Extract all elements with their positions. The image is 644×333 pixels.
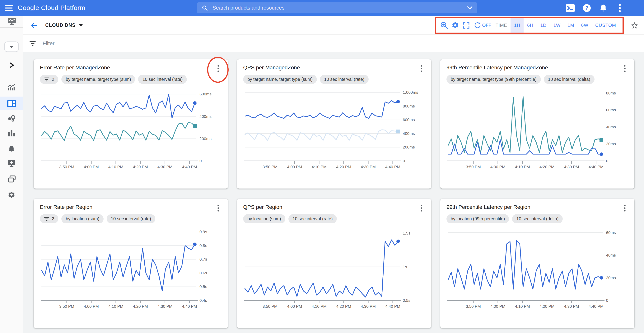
svg-text:20ms: 20ms [606,276,616,280]
svg-text:4:40 PM: 4:40 PM [182,304,197,309]
sidebar-item-alerting-bell[interactable] [8,145,15,153]
aggregation-chip[interactable]: by target name, target type (99th percen… [446,75,541,84]
sidebar-item-services-circles[interactable] [7,114,16,122]
aggregation-chip[interactable]: by location (sum) [62,214,104,223]
chip-label: by location (sum) [66,217,99,221]
favorite-button[interactable] [630,20,640,30]
sidebar-item-workspace-selector-dropdown[interactable] [4,41,19,52]
aggregation-chip[interactable]: by target name, target type (sum) [243,75,317,84]
svg-text:4:20 PM: 4:20 PM [336,165,351,169]
back-button[interactable] [28,20,39,31]
chart-title: QPS per ManagedZone [243,64,408,70]
svg-text:4:10 PM: 4:10 PM [312,304,326,309]
disable-zoom-icon [440,21,448,29]
cards-grid: Error Rate per ManagedZone 2by target na… [34,59,644,328]
chart-menu-button[interactable] [620,64,630,73]
chart-menu-button[interactable] [417,64,426,73]
aggregation-chip[interactable]: by location (sum) [243,214,285,223]
svg-text:0.8s: 0.8s [200,243,207,248]
aggregation-chip[interactable]: 10 sec interval (rate) [107,214,155,223]
filter-count-chip[interactable]: 2 [40,214,58,223]
time-range-1w[interactable]: 1W [550,18,564,32]
aggregation-chip[interactable]: 10 sec interval (rate) [320,75,368,84]
dashboard-title-caret[interactable] [79,24,83,26]
time-range-1d[interactable]: 1D [537,18,550,32]
time-range-6h[interactable]: 6H [524,18,537,32]
dashboard-title[interactable]: CLOUD DNS [45,23,76,28]
svg-text:1s: 1s [403,265,407,269]
sidebar-item-expand-chevron[interactable] [9,62,14,68]
chart-menu-button[interactable] [417,204,426,213]
sidebar-item-metrics-line-chart[interactable] [7,83,16,91]
svg-text:4:00 PM: 4:00 PM [287,165,302,169]
aggregation-chip[interactable]: 10 sec interval (rate) [288,214,337,223]
disable-zoom-button[interactable] [438,20,450,31]
svg-text:4:30 PM: 4:30 PM [361,165,376,169]
sidebar-item-bar-chart[interactable] [8,130,15,136]
more-vertical-icon [619,4,621,12]
svg-text:4:10 PM: 4:10 PM [312,165,326,169]
chip-label: 10 sec interval (rate) [142,77,183,82]
bell-icon [600,4,607,12]
global-search[interactable] [197,2,477,13]
svg-text:80ms: 80ms [606,91,616,95]
aggregation-chip[interactable]: by target name, target type (sum) [62,75,135,84]
cloud-shell-button[interactable] [565,3,575,13]
chart-card-p99-latency-per-managedzone: 99th Percentile Latency per ManagedZone … [440,59,634,189]
menu-button[interactable] [0,0,18,16]
sidebar-item-settings-gear[interactable] [8,191,15,199]
filter-count-chip[interactable]: 2 [40,75,58,84]
svg-text:4:40 PM: 4:40 PM [588,304,604,309]
search-icon [202,5,208,11]
time-range-custom[interactable]: CUSTOM [592,18,620,32]
filter-icon [30,40,36,46]
aggregation-chip[interactable]: 10 sec interval (delta) [544,75,594,84]
chart-title: 99th Percentile Latency per ManagedZone [446,64,612,70]
chip-label: by target name, target type (sum) [248,77,312,82]
svg-text:4:20 PM: 4:20 PM [133,304,148,309]
aggregation-chip[interactable]: 10 sec interval (rate) [138,75,187,84]
time-range-1h[interactable]: 1H [511,18,524,32]
svg-text:4:30 PM: 4:30 PM [158,304,172,309]
chart-menu-button[interactable] [214,204,223,213]
chart-title: 99th Percentile Latency per Region [446,204,612,210]
sidebar-item-uptime-monitor[interactable] [7,160,16,167]
product-name[interactable]: Google Cloud Platform [18,4,85,12]
chart-title: QPS per Region [243,204,408,210]
chip-label: by location (sum) [248,217,281,221]
sidebar-item-dashboards-selected[interactable] [0,97,23,110]
toolbar-right: OFF TIME 1H6H1D1W1M6WCUSTOM [435,17,640,33]
notifications-button[interactable] [598,3,608,13]
aggregation-chip[interactable]: 10 sec interval (delta) [512,214,563,223]
svg-text:4:00 PM: 4:00 PM [490,304,505,309]
chip-label: 10 sec interval (rate) [324,77,364,82]
chip-label: 2 [52,217,54,221]
chip-label: 10 sec interval (rate) [111,217,151,221]
help-button[interactable]: ? [582,3,592,13]
svg-text:200ms: 200ms [200,136,212,141]
time-range-1m[interactable]: 1M [564,18,578,32]
chart-menu-button[interactable] [214,64,223,73]
filter-input[interactable] [42,40,197,46]
time-range-6w[interactable]: 6W [578,18,592,32]
svg-text:4:00 PM: 4:00 PM [84,165,99,169]
kebab-icon [421,65,422,72]
svg-text:4:30 PM: 4:30 PM [564,165,579,169]
search-input[interactable] [212,4,467,11]
dashboard-content: Error Rate per ManagedZone 2by target na… [23,52,644,333]
sidebar-item-groups-copy[interactable] [8,176,16,183]
aggregation-chip[interactable]: by location (99th percentile) [446,214,509,223]
filter-bar [23,34,644,52]
svg-text:3:50 PM: 3:50 PM [262,304,278,309]
more-menu-button[interactable] [615,3,625,13]
chart-menu-button[interactable] [620,204,630,213]
chart-canvas: 80ms60ms40ms20ms03:50 PM4:00 PM4:10 PM4:… [446,86,628,172]
chart-card-p99-latency-per-region: 99th Percentile Latency per Region by lo… [440,199,634,328]
svg-text:0: 0 [606,159,608,163]
annotation-highlight-box: OFF TIME 1H6H1D1W1M6WCUSTOM [435,17,624,33]
auto-refresh-button[interactable] [472,20,483,31]
fullscreen-button[interactable] [461,20,472,31]
chart-canvas: 600ms400ms200ms03:50 PM4:00 PM4:10 PM4:2… [40,86,222,172]
chevron-down-icon[interactable] [467,6,472,9]
chart-settings-button[interactable] [450,20,461,31]
